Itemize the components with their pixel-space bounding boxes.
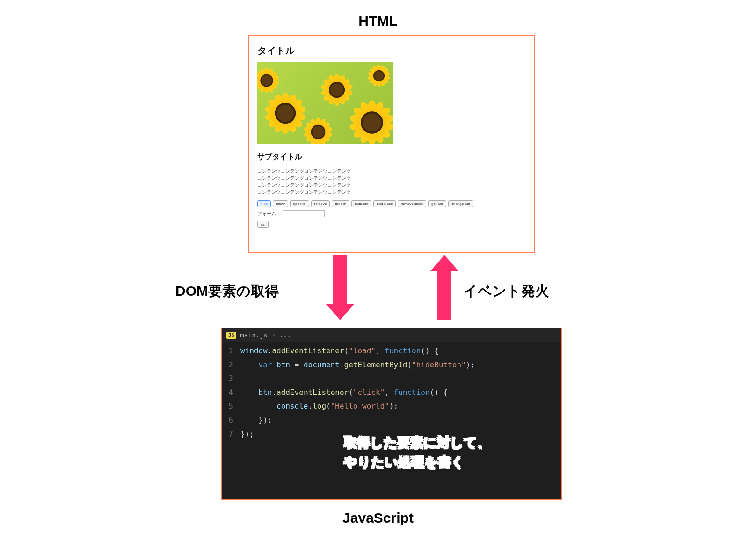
editor-breadcrumb: ...	[279, 331, 291, 339]
add-class-button[interactable]: add class	[373, 200, 396, 207]
fade-in-button[interactable]: fade in	[332, 200, 349, 207]
annotation-overlay: 取得した要素に対して、 やりたい処理を書く	[344, 433, 490, 472]
page-title: タイトル	[257, 44, 526, 57]
code-content: var btn = document.getElementById("hideB…	[240, 359, 475, 371]
content-line: コンテンツコンテンツコンテンツコンテンツ	[257, 182, 526, 189]
js-badge-icon: JS	[226, 332, 236, 339]
content-line: コンテンツコンテンツコンテンツコンテンツ	[257, 189, 526, 196]
append-button[interactable]: append	[290, 200, 309, 207]
sunflower-image	[257, 62, 393, 144]
editor-filename: main.js	[240, 331, 268, 339]
content-line: コンテンツコンテンツコンテンツコンテンツ	[257, 175, 526, 182]
val-button[interactable]: val	[257, 221, 269, 228]
button-row: hideshowappendremovefade infade outadd c…	[257, 200, 526, 207]
line-number: 4	[222, 387, 240, 399]
code-content: window.addEventListener("load", function…	[240, 345, 439, 357]
line-number: 3	[222, 372, 240, 385]
content-text: コンテンツコンテンツコンテンツコンテンツコンテンツコンテンツコンテンツコンテンツ…	[257, 168, 526, 196]
form-row: フォーム：	[257, 210, 526, 217]
code-line: 6 });	[222, 413, 561, 427]
text-cursor	[254, 430, 254, 438]
code-line: 4 btn.addEventListener("click", function…	[222, 386, 561, 400]
get-attr-button[interactable]: get attr	[428, 200, 446, 207]
code-line: 3	[222, 372, 561, 386]
fade-out-button[interactable]: fade out	[351, 200, 371, 207]
form-label: フォーム：	[257, 211, 281, 217]
line-number: 1	[222, 345, 240, 357]
label-dom-acquire: DOM要素の取得	[175, 282, 279, 301]
annotation-line-1: 取得した要素に対して、	[344, 433, 490, 452]
remove-button[interactable]: remove	[311, 200, 330, 207]
code-content: console.log("Hello world");	[240, 400, 398, 412]
content-line: コンテンツコンテンツコンテンツコンテンツ	[257, 168, 526, 175]
form-input[interactable]	[283, 210, 325, 217]
line-number: 5	[222, 400, 240, 412]
label-javascript: JavaScript	[342, 510, 414, 526]
show-button[interactable]: show	[273, 200, 288, 207]
remove-class-button[interactable]: remove class	[398, 200, 426, 207]
editor-tab: JS main.js › ...	[222, 328, 561, 342]
code-line: 1window.addEventListener("load", functio…	[222, 344, 561, 358]
hide-button[interactable]: hide	[257, 200, 271, 207]
code-body: 1window.addEventListener("load", functio…	[222, 342, 561, 443]
line-number: 2	[222, 359, 240, 371]
page-subtitle: サブタイトル	[257, 152, 526, 162]
code-editor-panel: JS main.js › ... 1window.addEventListene…	[221, 328, 562, 500]
annotation-line-2: やりたい処理を書く	[344, 452, 490, 472]
code-content: });	[240, 414, 272, 426]
code-line: 5 console.log("Hello world");	[222, 399, 561, 413]
code-content: btn.addEventListener("click", function()…	[240, 387, 448, 399]
arrow-down-icon	[331, 255, 349, 320]
line-number: 6	[222, 414, 240, 426]
code-line: 2 var btn = document.getElementById("hid…	[222, 358, 561, 372]
breadcrumb-sep: ›	[271, 331, 275, 339]
html-rendered-panel: タイトル サブタイトル コンテンツコンテンツコンテンツコンテンツコンテンツコンテ…	[248, 35, 535, 253]
label-html: HTML	[358, 13, 397, 29]
label-event-fire: イベント発火	[463, 282, 549, 301]
code-content: });	[240, 428, 254, 440]
change-attr-button[interactable]: change attr	[448, 200, 473, 207]
arrow-up-icon	[435, 255, 454, 320]
line-number: 7	[222, 428, 240, 440]
